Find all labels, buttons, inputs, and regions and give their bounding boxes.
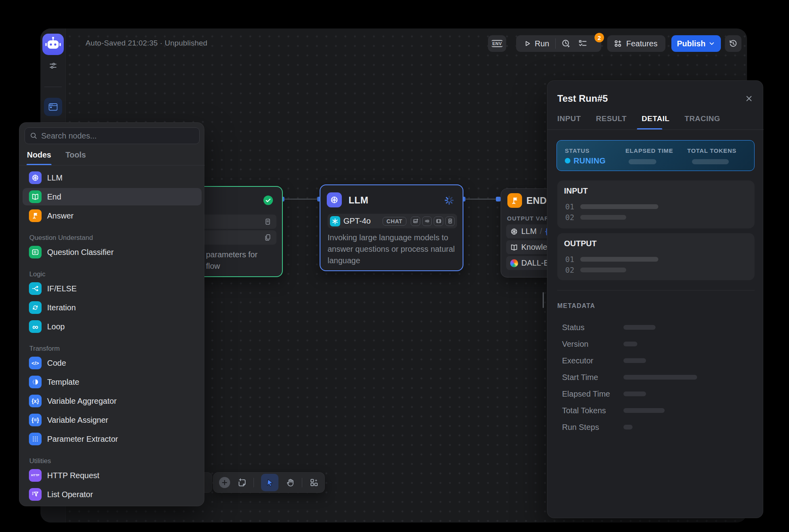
node-item-http-request[interactable]: HTTPHTTP Request	[23, 467, 202, 484]
tab-tools[interactable]: Tools	[65, 150, 86, 160]
llm-node[interactable]: LLM GPT-4o CHAT Invoking large language …	[320, 184, 463, 271]
node-item-label: IF/ELSE	[47, 284, 76, 293]
vareq-icon: {=}	[29, 414, 42, 426]
tabs-divider	[19, 165, 205, 165]
node-item-label: Variable Aggregator	[47, 397, 116, 406]
metadata-skeleton	[623, 425, 633, 429]
node-item-loop[interactable]: ∞Loop	[23, 318, 202, 335]
node-item-template[interactable]: Template	[23, 373, 202, 391]
image-plus-icon	[411, 217, 420, 226]
node-item-list-operator[interactable]: List Operator	[23, 486, 202, 503]
close-icon[interactable]	[745, 94, 753, 103]
hand-tool-button[interactable]	[286, 478, 295, 487]
node-item-end[interactable]: End	[23, 188, 202, 205]
node-item-llm[interactable]: LLM	[23, 169, 202, 186]
start-node-description: flow	[206, 262, 220, 271]
pointer-tool-button[interactable]	[261, 474, 278, 491]
io-row: 02	[565, 213, 626, 222]
run-tab-detail[interactable]: DETAIL	[642, 114, 669, 123]
llm-node-description: Invoking large language models to answer…	[328, 232, 459, 266]
checklist-icon[interactable]	[577, 38, 588, 49]
row-index: 01	[565, 255, 574, 264]
value-skeleton	[580, 215, 626, 220]
run-tab-result[interactable]: RESULT	[596, 114, 627, 123]
metadata-row-executor: Executor	[562, 356, 752, 364]
app-logo[interactable]	[42, 34, 64, 55]
node-item-question-classifier[interactable]: Question Classifier	[23, 243, 202, 261]
version-history-button[interactable]	[725, 35, 741, 52]
node-item-label: Loop	[47, 322, 65, 331]
canvas-handle	[543, 292, 544, 308]
node-item-if-else[interactable]: IF/ELSE	[23, 280, 202, 297]
row-index: 02	[565, 266, 574, 274]
node-item-label: HTTP Request	[47, 471, 99, 480]
node-item-label: Template	[47, 378, 79, 387]
classifier-icon	[29, 246, 42, 258]
node-list: LLMEndAnswerQuestion UnderstandQuestion …	[19, 167, 205, 507]
node-item-label: Answer	[47, 211, 74, 220]
iteration-icon	[29, 301, 42, 314]
checklist-badge: 2	[595, 33, 604, 42]
publish-button[interactable]: Publish	[671, 35, 721, 52]
metadata-skeleton	[623, 358, 646, 363]
preview-window-button[interactable]	[44, 98, 62, 116]
node-item-variable-assigner[interactable]: {=}Variable Assigner	[23, 411, 202, 429]
model-selector[interactable]: GPT-4o CHAT	[328, 214, 457, 228]
metadata-label: Run Steps	[562, 423, 599, 432]
doc-icon	[445, 217, 455, 226]
history-icon	[728, 39, 738, 48]
doc-icon	[264, 218, 272, 226]
run-history-icon[interactable]	[561, 38, 571, 49]
settings-sliders-icon[interactable]	[45, 58, 61, 74]
node-item-answer[interactable]: Answer	[23, 207, 202, 224]
success-check-icon	[263, 196, 273, 205]
metadata-skeleton	[623, 342, 637, 346]
start-node-description: parameters for	[206, 250, 257, 259]
organize-button[interactable]	[309, 478, 319, 487]
output-card: OUTPUT 0102	[557, 233, 755, 280]
metadata-row-version: Version	[562, 340, 752, 348]
io-row: 02	[565, 266, 626, 274]
env-button[interactable]: ENV	[488, 35, 506, 52]
io-row: 01	[565, 202, 658, 211]
node-item-variable-aggregator[interactable]: {x}Variable Aggregator	[23, 392, 202, 410]
chat-mode-badge: CHAT	[383, 217, 406, 226]
brain-icon	[29, 171, 42, 184]
separator: /	[540, 227, 542, 236]
metadata-label: Version	[562, 340, 589, 349]
add-note-button[interactable]	[237, 478, 247, 487]
run-tab-tracing[interactable]: TRACING	[684, 114, 720, 123]
video-icon	[434, 217, 443, 226]
node-item-iteration[interactable]: Iteration	[23, 299, 202, 316]
rail-divider	[44, 87, 62, 87]
run-panel-tabs: INPUTRESULTDETAILTRACING	[557, 114, 720, 123]
split-icon	[29, 282, 42, 295]
griddots-icon	[29, 433, 42, 445]
section-header: Logic	[29, 270, 202, 278]
tab-nodes[interactable]: Nodes	[27, 150, 51, 160]
add-node-button[interactable]	[219, 477, 230, 488]
input-title: INPUT	[564, 186, 588, 196]
node-item-label: Code	[47, 359, 66, 368]
connector-handle[interactable]	[496, 197, 501, 201]
node-item-label: Question Classifier	[47, 248, 114, 257]
features-icon	[614, 39, 622, 48]
node-item-label: Variable Assigner	[47, 416, 108, 425]
node-item-parameter-extractor[interactable]: Parameter Extractor	[23, 430, 202, 448]
tokens-skeleton	[692, 159, 729, 164]
group-divider	[555, 38, 556, 49]
autosave-status: Auto-Saved 21:02:35 · Unpublished	[86, 39, 208, 48]
run-button[interactable]: Run	[516, 39, 549, 48]
node-item-code[interactable]: </>Code	[23, 354, 202, 372]
screen: parameters for flow LLM GPT-4o CHAT Invo…	[0, 0, 789, 532]
features-button[interactable]: Features	[607, 35, 665, 52]
toolbar-divider	[302, 478, 302, 487]
value-skeleton	[580, 204, 658, 209]
variable-label: LLM	[521, 227, 537, 236]
search-input[interactable]	[41, 131, 194, 141]
total-tokens-label: TOTAL TOKENS	[687, 147, 736, 154]
input-card: INPUT 0102	[557, 180, 755, 228]
run-tab-input[interactable]: INPUT	[557, 114, 581, 123]
panel-tabs: Nodes Tools	[27, 150, 86, 160]
elapsed-time-label: ELAPSED TIME	[625, 147, 673, 154]
